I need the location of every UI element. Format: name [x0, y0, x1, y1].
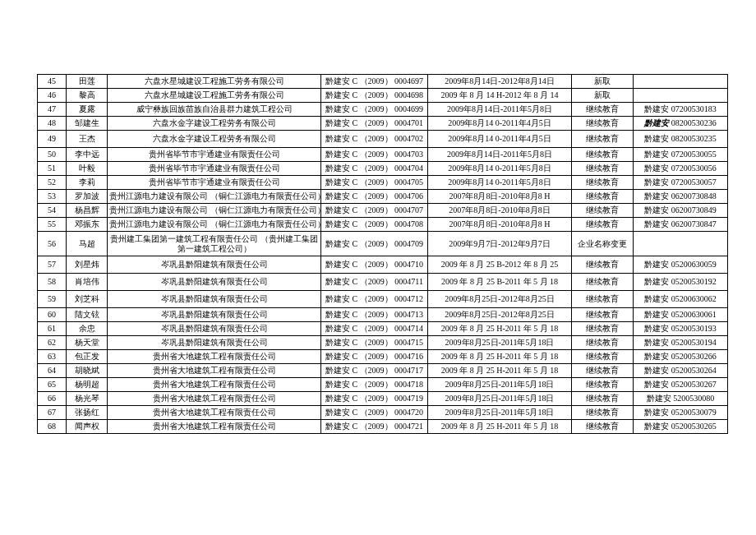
- table-row: 63包正发贵州省大地建筑工程有限责任公司黔建安 C （2009） 0004716…: [38, 350, 728, 364]
- table-row: 54杨昌辉贵州江源电力建设有限公司 （铜仁江源电力有限责任公司）黔建安 C （2…: [38, 204, 728, 218]
- cell-status: 继续教育: [572, 420, 634, 434]
- cell-name: 杨昌辉: [67, 204, 108, 218]
- cell-no: 53: [38, 190, 67, 204]
- cell-company: 六盘水金字建设工程劳务有限公司: [108, 131, 321, 148]
- cell-ref: 黔建安 07200530183: [634, 103, 728, 117]
- cell-status: 继续教育: [572, 350, 634, 364]
- cell-status: 继续教育: [572, 274, 634, 291]
- cell-cert: 黔建安 C （2009） 0004718: [321, 378, 428, 392]
- cell-name: 夏露: [67, 103, 108, 117]
- cell-name: 邹建生: [67, 117, 108, 131]
- table-row: 47夏露威宁彝族回族苗族自治县群力建筑工程公司黔建安 C （2009） 0004…: [38, 103, 728, 117]
- cell-status: 继续教育: [572, 162, 634, 176]
- table-row: 51叶毅贵州省毕节市宇通建业有限责任公司黔建安 C （2009） 0004704…: [38, 162, 728, 176]
- cell-cert: 黔建安 C （2009） 0004705: [321, 176, 428, 190]
- cell-ref: 黔建安 07200530057: [634, 176, 728, 190]
- table-row: 56马超贵州建工集团第一建筑工程有限责任公司 （贵州建工集团第一建筑工程公司）黔…: [38, 232, 728, 256]
- cell-name: 杨光琴: [67, 392, 108, 406]
- cell-period: 2009 年 8 月 25 H-2011 年 5 月 18: [428, 322, 572, 336]
- cell-cert: 黔建安 C （2009） 0004701: [321, 117, 428, 131]
- cell-status: 继续教育: [572, 406, 634, 420]
- cell-name: 叶毅: [67, 162, 108, 176]
- cell-period: 2009年8月14 0-2011年5月8日: [428, 162, 572, 176]
- table-row: 59刘芝科岑巩县黔阳建筑有限责任公司黔建安 C （2009） 000471220…: [38, 291, 728, 308]
- table-row: 55邓振东贵州江源电力建设有限公司 （铜仁江源电力有限责任公司）黔建安 C （2…: [38, 218, 728, 232]
- cell-period: 2009年8月25日-2011年5月18日: [428, 392, 572, 406]
- cell-cert: 黔建安 C （2009） 0004706: [321, 190, 428, 204]
- table-row: 57刘星炜岑巩县黔阳建筑有限责任公司黔建安 C （2009） 000471020…: [38, 256, 728, 274]
- cell-no: 68: [38, 420, 67, 434]
- cell-ref: [634, 75, 728, 89]
- cell-no: 49: [38, 131, 67, 148]
- cell-period: 2009年8月25日-2012年8月25日: [428, 308, 572, 322]
- cell-no: 60: [38, 308, 67, 322]
- cell-period: 2009年8月14 0-2011年4月5日: [428, 131, 572, 148]
- cell-no: 58: [38, 274, 67, 291]
- cell-company: 岑巩县黔阳建筑有限责任公司: [108, 291, 321, 308]
- table-row: 65杨明超贵州省大地建筑工程有限责任公司黔建安 C （2009） 0004718…: [38, 378, 728, 392]
- cell-name: 王杰: [67, 131, 108, 148]
- cell-no: 50: [38, 148, 67, 162]
- cell-cert: 黔建安 C （2009） 0004698: [321, 89, 428, 103]
- cell-period: 2009 年 8 月 25 B-2011 年 5 月 18: [428, 274, 572, 291]
- table-row: 60陆文铉岑巩县黔阳建筑有限责任公司黔建安 C （2009） 000471320…: [38, 308, 728, 322]
- table-row: 61余忠岑巩县黔阳建筑有限责任公司黔建安 C （2009） 0004714200…: [38, 322, 728, 336]
- cell-period: 2009 年 8 月 25 B-2012 年 8 月 25: [428, 256, 572, 274]
- cell-cert: 黔建安 C （2009） 0004719: [321, 392, 428, 406]
- cell-name: 马超: [67, 232, 108, 256]
- cell-ref: [634, 232, 728, 256]
- cell-company: 岑巩县黔阳建筑有限责任公司: [108, 256, 321, 274]
- cell-company: 六盘水金字建设工程劳务有限公司: [108, 117, 321, 131]
- cell-no: 64: [38, 364, 67, 378]
- cell-ref: 黔建安 05200530267: [634, 378, 728, 392]
- cell-no: 54: [38, 204, 67, 218]
- cell-period: 2007年8月8日-2010年8月8 H: [428, 218, 572, 232]
- cell-ref: 黔建安 05200630062: [634, 291, 728, 308]
- cell-period: 2009年8月14 0-2011年5月8日: [428, 176, 572, 190]
- cell-period: 2009年8月14日-2012年8月14日: [428, 75, 572, 89]
- cell-cert: 黔建安 C （2009） 0004703: [321, 148, 428, 162]
- cell-status: 继续教育: [572, 131, 634, 148]
- cell-company: 岑巩县黔阳建筑有限责任公司: [108, 322, 321, 336]
- cell-status: 继续教育: [572, 291, 634, 308]
- cell-name: 田莲: [67, 75, 108, 89]
- cell-name: 余忠: [67, 322, 108, 336]
- cell-no: 51: [38, 162, 67, 176]
- cell-period: 2009年8月25日-2012年8月25日: [428, 291, 572, 308]
- cell-period: 2009 年 8 月 25 H-2011 年 5 月 18: [428, 420, 572, 434]
- cell-status: 继续教育: [572, 378, 634, 392]
- cell-name: 包正发: [67, 350, 108, 364]
- cell-status: 继续教育: [572, 204, 634, 218]
- cell-ref: 黔建安 07200530055: [634, 148, 728, 162]
- cell-status: 继续教育: [572, 256, 634, 274]
- cell-no: 45: [38, 75, 67, 89]
- cell-period: 2009年8月25日-2011年5月18日: [428, 378, 572, 392]
- cell-period: 2009年8月25日-2011年5月18日: [428, 336, 572, 350]
- cell-cert: 黔建安 C （2009） 0004707: [321, 204, 428, 218]
- cell-ref: 黔建安 05200530264: [634, 364, 728, 378]
- cell-name: 杨天堂: [67, 336, 108, 350]
- cell-name: 闻声权: [67, 420, 108, 434]
- cell-ref: 黔建安 08200530236: [634, 117, 728, 131]
- cell-company: 贵州建工集团第一建筑工程有限责任公司 （贵州建工集团第一建筑工程公司）: [108, 232, 321, 256]
- cell-ref: 黔建安 05200530265: [634, 420, 728, 434]
- cell-no: 55: [38, 218, 67, 232]
- cell-company: 贵州省毕节市宇通建业有限责任公司: [108, 176, 321, 190]
- cell-name: 邓振东: [67, 218, 108, 232]
- table-row: 52李莉贵州省毕节市宇通建业有限责任公司黔建安 C （2009） 0004705…: [38, 176, 728, 190]
- cell-cert: 黔建安 C （2009） 0004702: [321, 131, 428, 148]
- cell-cert: 黔建安 C （2009） 0004713: [321, 308, 428, 322]
- cell-status: 新取: [572, 89, 634, 103]
- cell-status: 继续教育: [572, 103, 634, 117]
- cell-ref: 黔建安 07200530056: [634, 162, 728, 176]
- cell-company: 贵州省毕节市宇通建业有限责任公司: [108, 148, 321, 162]
- cell-no: 46: [38, 89, 67, 103]
- cell-no: 48: [38, 117, 67, 131]
- cell-company: 贵州省毕节市宇通建业有限责任公司: [108, 162, 321, 176]
- cell-status: 继续教育: [572, 308, 634, 322]
- cell-period: 2009 年 8 月 14 H-2012 年 8 月 14: [428, 89, 572, 103]
- cell-period: 2009年8月14日-2011年5月8日: [428, 103, 572, 117]
- cell-cert: 黔建安 C （2009） 0004714: [321, 322, 428, 336]
- cell-status: 继续教育: [572, 392, 634, 406]
- cell-name: 李莉: [67, 176, 108, 190]
